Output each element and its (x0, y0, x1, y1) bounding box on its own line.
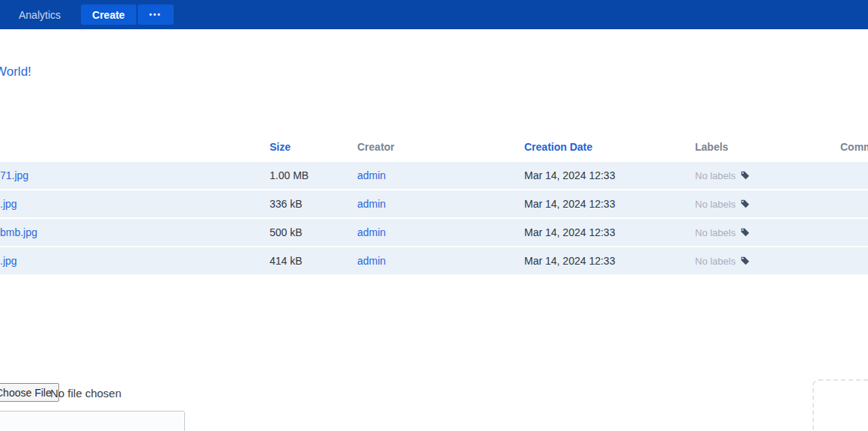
tag-icon[interactable] (740, 199, 750, 209)
comment-cell (840, 190, 868, 217)
column-header-creation-date[interactable]: Creation Date (524, 133, 695, 160)
file-name-cell: .jpg (0, 190, 270, 217)
confluence-attachments-page: { "navbar": { "analytics_label": "Analyt… (0, 0, 868, 431)
creation-date-cell: Mar 14, 2024 12:33 (524, 247, 695, 274)
creation-date-cell: Mar 14, 2024 12:33 (524, 162, 695, 189)
file-size-cell: 1.00 MB (270, 162, 357, 189)
column-header-comment: Comment (840, 133, 868, 160)
labels-cell: No labels (695, 219, 840, 246)
table-row: bmb.jpg 500 kB admin Mar 14, 2024 12:33 … (0, 219, 868, 246)
creator-link[interactable]: admin (357, 198, 386, 210)
file-dropzone[interactable] (813, 379, 868, 431)
file-size-cell: 336 kB (270, 190, 357, 217)
attachments-table: Size Creator Creation Date Labels Commen… (0, 132, 868, 276)
file-chosen-status: No file chosen (50, 387, 121, 400)
file-size-cell: 414 kB (270, 247, 357, 274)
labels-cell: No labels (695, 247, 840, 274)
comment-cell (840, 219, 868, 246)
create-button[interactable]: Create (81, 4, 136, 25)
table-header-row: Size Creator Creation Date Labels Commen… (0, 133, 868, 160)
table-row: .jpg 336 kB admin Mar 14, 2024 12:33 No … (0, 190, 868, 217)
top-navbar: Analytics Create ••• (0, 0, 868, 29)
column-header-creator: Creator (357, 133, 524, 160)
column-header-labels: Labels (695, 133, 840, 160)
upload-comment-input[interactable] (0, 411, 185, 431)
tag-icon[interactable] (740, 227, 750, 238)
labels-text: No labels (695, 170, 735, 181)
labels-cell: No labels (695, 190, 840, 217)
table-row: 71.jpg 1.00 MB admin Mar 14, 2024 12:33 … (0, 162, 868, 189)
labels-text: No labels (695, 199, 735, 210)
creation-date-cell: Mar 14, 2024 12:33 (524, 219, 695, 246)
tag-icon[interactable] (740, 256, 750, 266)
file-name-cell: 71.jpg (0, 162, 270, 189)
creation-date-cell: Mar 14, 2024 12:33 (524, 190, 695, 217)
file-link[interactable]: .jpg (0, 198, 17, 210)
page-title-link[interactable]: World! (0, 64, 31, 79)
file-name-cell: bmb.jpg (0, 219, 270, 246)
column-header-size[interactable]: Size (270, 133, 357, 160)
comment-cell (840, 162, 868, 189)
creator-link[interactable]: admin (357, 255, 386, 267)
creator-cell: admin (357, 219, 524, 246)
creator-cell: admin (357, 190, 524, 217)
tag-icon[interactable] (740, 170, 750, 181)
file-name-cell: .jpg (0, 247, 270, 274)
labels-cell: No labels (695, 162, 840, 189)
creator-cell: admin (357, 162, 524, 189)
nav-analytics[interactable]: Analytics (19, 9, 61, 21)
file-link[interactable]: bmb.jpg (0, 226, 37, 238)
column-header-name (0, 133, 270, 160)
ellipsis-icon: ••• (149, 10, 162, 19)
file-link[interactable]: 71.jpg (0, 169, 28, 181)
creator-cell: admin (357, 247, 524, 274)
file-size-cell: 500 kB (270, 219, 357, 246)
table-row: .jpg 414 kB admin Mar 14, 2024 12:33 No … (0, 247, 868, 274)
file-link[interactable]: .jpg (0, 255, 17, 267)
labels-text: No labels (695, 227, 735, 238)
comment-cell (840, 247, 868, 274)
labels-text: No labels (695, 256, 735, 267)
more-actions-button[interactable]: ••• (138, 4, 174, 25)
creator-link[interactable]: admin (357, 226, 386, 238)
creator-link[interactable]: admin (357, 169, 386, 181)
